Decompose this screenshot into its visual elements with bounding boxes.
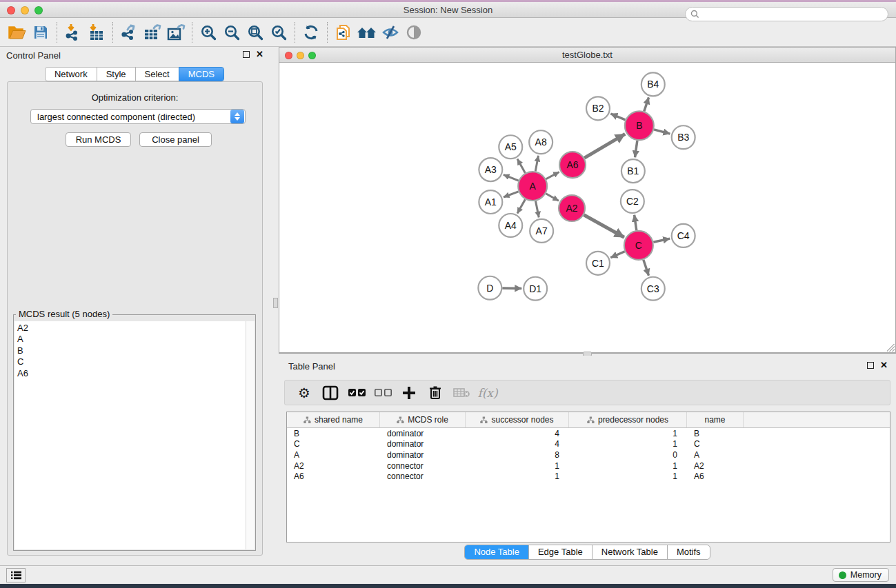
table-cell[interactable]: C	[687, 439, 744, 449]
column-header-successor-nodes[interactable]: successor nodes	[466, 412, 569, 427]
table-cell[interactable]: C	[287, 439, 380, 449]
search-box[interactable]	[685, 7, 888, 21]
graph-node-C3[interactable]: C3	[641, 277, 665, 301]
table-cell[interactable]: B	[287, 429, 380, 438]
column-header-predecessor-nodes[interactable]: predecessor nodes	[569, 412, 687, 427]
open-file-button[interactable]	[6, 21, 29, 43]
graph-node-B[interactable]: B	[625, 111, 654, 140]
export-table-button[interactable]	[141, 21, 164, 43]
graph-edge-C-C4[interactable]	[653, 239, 670, 242]
table-cell[interactable]: A6	[287, 472, 380, 481]
table-cell[interactable]: A6	[687, 472, 744, 481]
graph-node-A2[interactable]: A2	[559, 195, 585, 221]
first-neighbors-button[interactable]	[355, 21, 379, 43]
column-header-shared-name[interactable]: shared name	[287, 412, 380, 427]
table-cell[interactable]: 8	[466, 450, 569, 460]
graph-edge-C-C2[interactable]	[635, 215, 637, 230]
tab-style[interactable]: Style	[97, 67, 136, 81]
mcds-result-scrollbar[interactable]	[246, 321, 255, 549]
graph-node-A5[interactable]: A5	[499, 135, 522, 159]
graph-edge-C-C3[interactable]	[644, 260, 649, 276]
table-cell[interactable]: 1	[466, 461, 569, 471]
save-session-button[interactable]	[29, 21, 52, 43]
graph-node-C[interactable]: C	[624, 231, 653, 260]
graph-edge-B-B4[interactable]	[644, 97, 649, 111]
gear-button[interactable]: ⚙	[296, 384, 312, 402]
deselect-all-button[interactable]	[375, 384, 391, 402]
tab-network[interactable]: Network	[45, 67, 97, 81]
tab-node-table[interactable]: Node Table	[465, 545, 528, 559]
close-table-panel-icon[interactable]: ✕	[880, 362, 888, 369]
mcds-result-item[interactable]: A	[17, 334, 246, 345]
table-cell[interactable]: connector	[380, 461, 466, 471]
zoom-selected-button[interactable]	[267, 21, 290, 43]
tab-select[interactable]: Select	[135, 67, 179, 81]
close-panel-button[interactable]: Close panel	[139, 132, 212, 147]
table-cell[interactable]: connector	[380, 472, 466, 481]
table-cell[interactable]: 4	[466, 439, 569, 449]
graph-edge-A-A5[interactable]	[517, 159, 525, 173]
table-cell[interactable]: dominator	[380, 439, 466, 449]
run-mcds-button[interactable]: Run MCDS	[66, 132, 131, 147]
graph-edge-A2-C[interactable]	[584, 215, 624, 238]
float-table-panel-icon[interactable]	[867, 362, 874, 369]
export-image-button[interactable]	[164, 21, 188, 43]
graph-edge-A-A8[interactable]	[535, 156, 538, 172]
table-cell[interactable]: A2	[687, 461, 744, 471]
tab-network-table[interactable]: Network Table	[592, 545, 667, 559]
float-panel-icon[interactable]	[243, 51, 250, 58]
graph-node-D[interactable]: D	[478, 276, 501, 300]
split-view-button[interactable]	[322, 384, 339, 402]
graph-node-C1[interactable]: C1	[586, 252, 610, 275]
graph-node-B3[interactable]: B3	[672, 125, 695, 149]
graph-node-C2[interactable]: C2	[621, 190, 644, 213]
network-canvas[interactable]: B4B2BB3A8A5A6A3B1AA1C2A2A4A7C4CC1C3DD1	[279, 63, 895, 352]
hide-selected-button[interactable]	[379, 21, 402, 43]
show-all-button[interactable]	[402, 21, 426, 43]
search-input[interactable]	[699, 8, 888, 20]
new-network-from-selection-button[interactable]	[332, 21, 355, 43]
table-cell[interactable]: A	[687, 450, 744, 460]
select-all-button[interactable]	[348, 384, 365, 402]
show-panels-list-button[interactable]	[6, 568, 26, 582]
optimization-criterion-select[interactable]: largest connected component (directed)	[30, 109, 246, 124]
graph-node-B1[interactable]: B1	[621, 159, 645, 183]
graph-node-C4[interactable]: C4	[672, 224, 695, 247]
table-cell[interactable]: 0	[569, 450, 687, 460]
refresh-button[interactable]	[299, 21, 323, 43]
table-cell[interactable]: A	[287, 450, 380, 460]
memory-button[interactable]: Memory	[833, 568, 889, 582]
tab-edge-table[interactable]: Edge Table	[528, 545, 592, 559]
graph-node-D1[interactable]: D1	[524, 277, 547, 301]
graph-node-A6[interactable]: A6	[559, 152, 586, 178]
graph-node-A7[interactable]: A7	[530, 219, 553, 243]
window-resize-grip[interactable]	[887, 344, 895, 352]
column-header-name[interactable]: name	[687, 412, 744, 427]
table-cell[interactable]: 1	[569, 472, 687, 481]
graph-node-B4[interactable]: B4	[641, 72, 665, 96]
table-cell[interactable]: dominator	[380, 450, 466, 460]
graph-edge-A6-B[interactable]	[584, 134, 625, 158]
column-header-MCDS-role[interactable]: MCDS role	[380, 412, 466, 427]
mcds-result-item[interactable]: C	[17, 356, 246, 367]
table-cell[interactable]: dominator	[380, 429, 466, 438]
graph-edge-B-B3[interactable]	[654, 130, 670, 134]
table-cell[interactable]: B	[687, 429, 744, 438]
zoom-fit-button[interactable]	[243, 21, 267, 43]
table-cell[interactable]: 1	[569, 429, 687, 438]
mcds-result-item[interactable]: B	[17, 345, 246, 356]
delete-column-button[interactable]	[427, 384, 444, 402]
table-cell[interactable]: 1	[569, 439, 687, 449]
table-cell[interactable]: 4	[466, 429, 569, 438]
zoom-in-button[interactable]	[197, 21, 220, 43]
table-cell[interactable]: 1	[569, 461, 687, 471]
add-column-button[interactable]	[401, 384, 417, 402]
graph-edge-A-A1[interactable]	[504, 192, 519, 197]
import-network-button[interactable]	[61, 21, 85, 43]
graph-edge-A-A3[interactable]	[504, 174, 519, 181]
table-cell[interactable]: 1	[466, 472, 569, 481]
graph-edge-B-B2[interactable]	[610, 114, 625, 120]
graph-edge-A-A4[interactable]	[517, 199, 525, 213]
tab-mcds[interactable]: MCDS	[179, 67, 224, 81]
vertical-splitter-handle[interactable]	[273, 298, 278, 308]
